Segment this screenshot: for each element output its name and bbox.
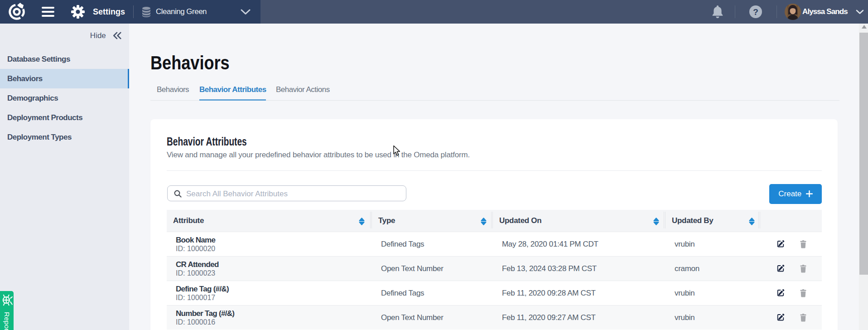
svg-text:?: ? (753, 7, 758, 17)
